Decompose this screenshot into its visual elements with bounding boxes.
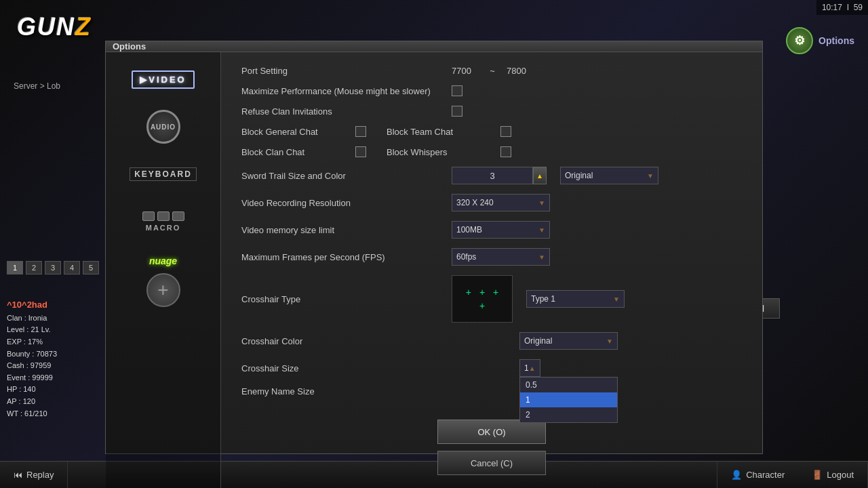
- sword-trail-row: Sword Trail Size and Color 3 ▲ Original …: [241, 167, 742, 184]
- options-dialog: Options ▶VIDEO AUDIO KEYBOARD: [105, 41, 763, 454]
- sword-trail-label: Sword Trail Size and Color: [241, 171, 445, 181]
- audio-icon: AUDIO: [146, 110, 180, 144]
- nav-add-button[interactable]: +: [146, 273, 180, 307]
- ok-button[interactable]: OK (O): [437, 420, 546, 444]
- logo-text: GUNZ: [17, 13, 92, 41]
- cancel-button[interactable]: Cancel (C): [437, 451, 546, 475]
- logout-icon: 🚪: [812, 470, 823, 480]
- max-fps-value: 60fps: [456, 252, 476, 262]
- ping: 59: [854, 3, 863, 12]
- nav-keyboard[interactable]: KEYBOARD: [116, 154, 211, 195]
- magic-nav-item[interactable]: nuage: [149, 256, 177, 266]
- sword-trail-color-selected[interactable]: Original ▼: [560, 167, 658, 184]
- player-info: ^10^2had Clan : Ironia Level : 21 Lv. EX…: [7, 298, 57, 420]
- crosshair-type-row: Crosshair Type +++ + Type 1 ▼: [241, 275, 742, 323]
- max-fps-row: Maximum Frames per Second (FPS) 60fps ▼: [241, 248, 742, 266]
- enemy-name-label: Enemy Name Size: [241, 386, 445, 396]
- crosshair-color-row: Crosshair Color Original ▼: [241, 332, 742, 350]
- video-memory-dropdown[interactable]: 100MB ▼: [452, 221, 550, 239]
- video-recording-value: 320 X 240: [456, 198, 494, 207]
- block-whispers-label: Block Whispers: [387, 147, 495, 157]
- tab-1[interactable]: 1: [7, 261, 23, 274]
- refuse-clan-checkbox[interactable]: [452, 106, 462, 117]
- block-whispers-checkbox[interactable]: [500, 146, 511, 157]
- player-wt: WT : 61/210: [7, 408, 57, 420]
- sword-trail-color-value: Original: [565, 171, 593, 180]
- max-fps-selected[interactable]: 60fps ▼: [452, 248, 550, 266]
- block-clan-chat-checkbox[interactable]: [355, 146, 366, 157]
- port-setting-row: Port Setting 7700 ~ 7800: [241, 66, 742, 76]
- max-fps-dropdown[interactable]: 60fps ▼: [452, 248, 550, 266]
- crosshair-color-dropdown[interactable]: Original ▼: [519, 332, 618, 350]
- block-general-chat-label: Block General Chat: [241, 127, 350, 137]
- crosshair-size-popup: 0.5 1 2: [519, 377, 618, 423]
- options-label: Options: [818, 35, 854, 46]
- block-general-chat-checkbox[interactable]: [355, 126, 366, 137]
- crosshair-type-value: Type 1: [531, 294, 555, 304]
- port-setting-label: Port Setting: [241, 66, 445, 76]
- crosshair-size-row: Crosshair Size 1 ▲ 0.5 1 2: [241, 359, 742, 377]
- nav-macro[interactable]: MACRO: [116, 201, 211, 242]
- tab-4[interactable]: 4: [64, 261, 80, 274]
- player-bounty: Bounty : 70873: [7, 348, 57, 361]
- logo: GUNZ: [7, 7, 102, 47]
- sword-trail-value: 3: [452, 167, 533, 184]
- block-clan-group: Block Clan Chat: [241, 146, 366, 157]
- sword-trail-spinner: 3 ▲: [452, 167, 547, 184]
- crosshair-color-arrow: ▼: [606, 338, 613, 345]
- clock: 10:17: [822, 3, 842, 12]
- crosshair-size-selected[interactable]: 1 ▲: [519, 359, 540, 377]
- sword-trail-color-arrow: ▼: [647, 172, 654, 180]
- crosshair-color-label: Crosshair Color: [241, 336, 445, 346]
- nav-sidebar: ▶VIDEO AUDIO KEYBOARD MACRO nuage +: [106, 52, 221, 488]
- replay-icon: ⏮: [14, 470, 22, 480]
- port-max-value: 7800: [507, 66, 526, 76]
- block-team-chat-checkbox[interactable]: [500, 126, 511, 137]
- player-ap: AP : 120: [7, 396, 57, 408]
- block-general-group: Block General Chat: [241, 126, 366, 137]
- video-icon: ▶VIDEO: [132, 70, 194, 89]
- sword-trail-up[interactable]: ▲: [533, 167, 547, 184]
- block-whispers-group: Block Whispers: [387, 146, 511, 157]
- nav-audio[interactable]: AUDIO: [116, 106, 211, 147]
- dialog-body: ▶VIDEO AUDIO KEYBOARD MACRO nuage +: [106, 52, 762, 488]
- video-memory-row: Video memory size limit 100MB ▼: [241, 221, 742, 239]
- replay-button[interactable]: ⏮ Replay: [0, 462, 68, 488]
- video-recording-dropdown[interactable]: 320 X 240 ▼: [452, 194, 550, 211]
- crosshair-color-value: Original: [524, 336, 552, 346]
- player-level: Level : 21 Lv.: [7, 324, 57, 336]
- crosshair-size-label: Crosshair Size: [241, 363, 445, 373]
- max-fps-arrow: ▼: [538, 253, 545, 261]
- keyboard-icon: KEYBOARD: [130, 167, 197, 181]
- crosshair-size-arrow: ▲: [529, 365, 536, 372]
- options-icon[interactable]: ⚙: [786, 27, 813, 54]
- top-bar: 10:17 I 59: [816, 0, 868, 15]
- nav-video[interactable]: ▶VIDEO: [116, 59, 211, 100]
- player-name: ^10^2had: [7, 298, 57, 312]
- crosshair-size-dropdown[interactable]: 1 ▲ 0.5 1 2: [519, 359, 540, 377]
- crosshair-type-label: Crosshair Type: [241, 294, 445, 304]
- macro-icon: MACRO: [146, 224, 181, 232]
- crosshair-color-selected[interactable]: Original ▼: [519, 332, 618, 350]
- crosshair-type-selected[interactable]: Type 1 ▼: [526, 290, 625, 308]
- video-recording-arrow: ▼: [538, 199, 545, 207]
- replay-label: Replay: [26, 470, 54, 480]
- video-memory-value: 100MB: [456, 225, 482, 235]
- logout-button[interactable]: 🚪 Logout: [798, 462, 868, 488]
- video-memory-selected[interactable]: 100MB ▼: [452, 221, 550, 239]
- maximize-perf-row: Maximize Performance (Mouse might be slo…: [241, 85, 742, 96]
- tab-2[interactable]: 2: [26, 261, 42, 274]
- block-clan-chat-label: Block Clan Chat: [241, 147, 350, 157]
- sword-trail-color-dropdown[interactable]: Original ▼: [560, 167, 658, 184]
- maximize-perf-checkbox[interactable]: [452, 85, 462, 96]
- crosshair-type-dropdown[interactable]: Type 1 ▼: [526, 290, 625, 308]
- tab-3[interactable]: 3: [45, 261, 61, 274]
- crosshair-size-option-05[interactable]: 0.5: [520, 378, 617, 392]
- tab-5[interactable]: 5: [83, 261, 99, 274]
- video-recording-selected[interactable]: 320 X 240 ▼: [452, 194, 550, 211]
- crosshair-size-option-1[interactable]: 1: [520, 392, 617, 407]
- crosshair-size-option-2[interactable]: 2: [520, 407, 617, 422]
- refuse-clan-label: Refuse Clan Invitations: [241, 106, 445, 117]
- enemy-name-row: Enemy Name Size: [241, 386, 742, 396]
- options-top: ⚙ Options: [786, 27, 854, 54]
